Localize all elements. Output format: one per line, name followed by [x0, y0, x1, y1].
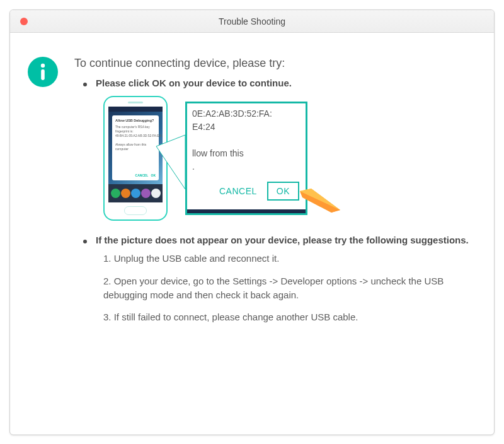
troubleshoot-window: Trouble Shooting To continue connecting …: [9, 9, 495, 435]
info-icon: [28, 57, 58, 87]
zoom-line3: llow from this: [192, 148, 244, 158]
arrow-icon: [297, 189, 341, 214]
dock-app-contacts: [121, 189, 130, 198]
sub-item-1: 1. Unplug the USB cable and reconnect it…: [103, 252, 476, 266]
bullet-text-2: If the picture does not appear on your d…: [96, 235, 469, 245]
zoom-panel: 0E:A2:AB:3D:52:FA: E4:24 llow from this …: [185, 102, 307, 215]
main-content: To continue connecting device, please tr…: [74, 57, 476, 333]
bullet-text-1: Please click OK on your device to contin…: [96, 78, 292, 88]
content-area: To continue connecting device, please tr…: [10, 33, 494, 351]
sub-list: 1. Unplug the USB cable and reconnect it…: [103, 252, 476, 324]
svg-marker-4: [300, 191, 340, 213]
bullet-dot: [83, 83, 87, 86]
zoom-line2: E4:24: [192, 122, 215, 132]
phone-dialog: Allow USB Debugging? The computer's RSA …: [112, 115, 159, 180]
zoom-body: 0E:A2:AB:3D:52:FA: E4:24 llow from this …: [187, 103, 306, 175]
sub-item-2: 2. Open your device, go to the Settings …: [103, 274, 476, 302]
svg-rect-1: [41, 69, 45, 80]
svg-marker-5: [300, 189, 340, 210]
ok-button[interactable]: OK: [267, 182, 299, 201]
phone-statusbar: [108, 107, 163, 112]
dialog-body: The computer's RSA key fingerprint is: 4…: [115, 125, 156, 173]
zoom-bottom-bar: [187, 209, 306, 213]
zoom-actions: CANCEL OK: [187, 175, 306, 209]
cancel-button[interactable]: CANCEL: [219, 186, 257, 196]
phone-home-button: [124, 206, 147, 215]
second-section: If the picture does not appear on your d…: [74, 235, 476, 324]
bullet-item-2: If the picture does not appear on your d…: [74, 235, 476, 245]
illustration: Allow USB Debugging? The computer's RSA …: [103, 96, 476, 221]
window-title: Trouble Shooting: [10, 16, 494, 26]
svg-point-0: [41, 64, 45, 67]
dialog-actions: CANCEL OK: [115, 173, 156, 177]
zoom-line1: 0E:A2:AB:3D:52:FA:: [192, 108, 272, 119]
dock-app-browser: [141, 189, 151, 198]
dock-app-phone: [111, 189, 120, 198]
svg-marker-2: [156, 135, 185, 189]
sub-item-3: 3. If still failed to connect, please ch…: [103, 310, 476, 324]
titlebar: Trouble Shooting: [10, 10, 494, 33]
page-heading: To continue connecting device, please tr…: [74, 57, 476, 70]
bullet-dot: [83, 240, 87, 243]
dock-app-messages: [131, 189, 140, 198]
phone-speaker: [128, 102, 143, 103]
bullet-item-1: Please click OK on your device to contin…: [74, 78, 476, 88]
dialog-title: Allow USB Debugging?: [115, 119, 156, 122]
